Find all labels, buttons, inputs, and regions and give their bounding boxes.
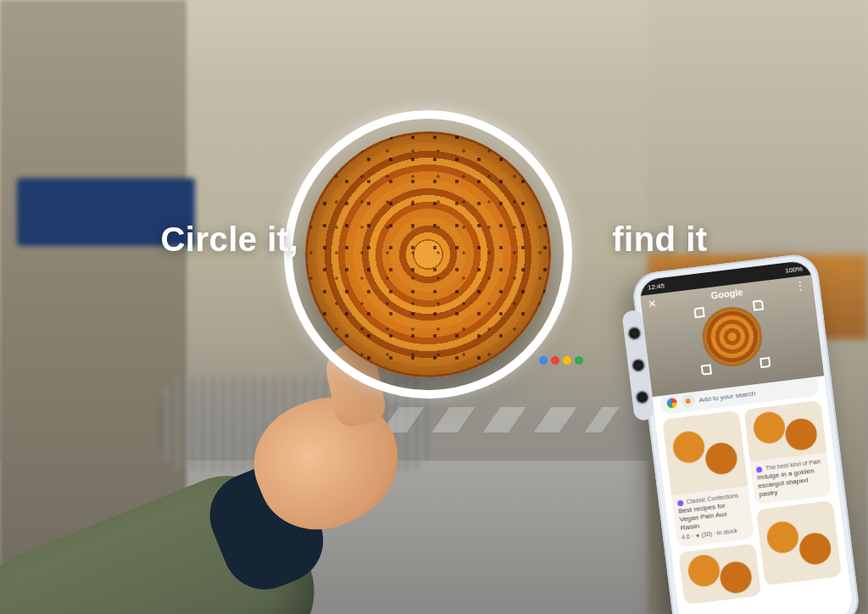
headline-left: Circle it,: [160, 220, 298, 259]
more-menu-icon[interactable]: ⋮: [794, 279, 807, 292]
result-card[interactable]: The best kind of Pain Indulge in a golde…: [743, 400, 832, 505]
status-battery: 100%: [785, 265, 803, 274]
lens-chip-icon: [682, 394, 695, 408]
headline-right: find it: [612, 220, 707, 259]
favicon-icon: [677, 500, 684, 506]
crosswalk: [381, 407, 619, 433]
crop-handles-icon[interactable]: [693, 299, 771, 375]
results-sheet: Add to your search Classic Confections B…: [652, 367, 854, 614]
result-image: [662, 410, 748, 495]
lens-hero: ✕ Google ⋮: [640, 275, 824, 397]
camera-lens-icon: [626, 325, 643, 342]
result-card[interactable]: [756, 500, 842, 585]
camera-lens-icon: [630, 357, 647, 374]
result-card[interactable]: [678, 543, 761, 605]
result-card[interactable]: Classic Confections Best recipes for Veg…: [662, 410, 754, 547]
favicon-icon: [756, 466, 763, 473]
results-grid: Classic Confections Best recipes for Veg…: [662, 400, 843, 605]
search-placeholder: Add to your search: [698, 389, 756, 404]
result-image: [743, 400, 826, 462]
result-image: [678, 543, 761, 605]
google-g-icon: [666, 398, 677, 409]
google-assistant-dots-icon: [539, 356, 583, 365]
status-time: 12:45: [647, 282, 665, 291]
phone-screen: 12:45 100% ✕ Google ⋮ Add to your search: [638, 260, 854, 614]
result-image: [756, 500, 842, 585]
camera-lens-icon: [634, 388, 651, 405]
